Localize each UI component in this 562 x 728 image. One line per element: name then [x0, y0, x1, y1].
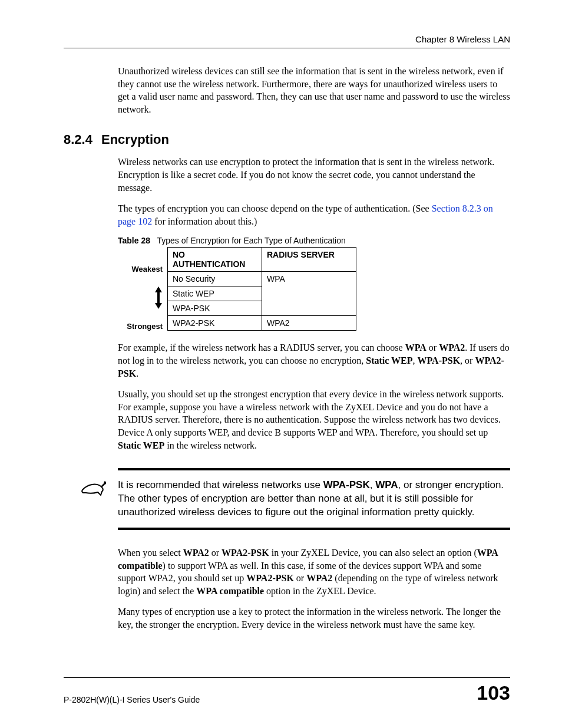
table-label: Table 28 [118, 236, 150, 245]
encryption-para-2: The types of encryption you can choose d… [118, 202, 510, 228]
encryption-para-6: Many types of encryption use a key to pr… [118, 605, 510, 631]
note-text: It is recommended that wireless networks… [118, 479, 510, 519]
note-icon [80, 479, 118, 519]
encryption-para-5: When you select WPA2 or WPA2-PSK in your… [118, 546, 510, 597]
note-block: It is recommended that wireless networks… [64, 468, 510, 530]
td: WPA-PSK [168, 301, 262, 316]
table-row: No Security WPA [168, 272, 356, 286]
up-down-arrow-icon [154, 286, 163, 309]
td: WPA2 [262, 316, 356, 331]
para2-pre: The types of encryption you can choose d… [118, 203, 432, 213]
section-title: Encryption [101, 132, 169, 147]
td: Static WEP [168, 286, 262, 301]
th-no-auth: NO AUTHENTICATION [168, 248, 262, 272]
table-row: NO AUTHENTICATION RADIUS SERVER [168, 248, 356, 272]
th-radius: RADIUS SERVER [262, 248, 356, 272]
encryption-para-1: Wireless networks can use encryption to … [118, 156, 510, 194]
encryption-table: NO AUTHENTICATION RADIUS SERVER No Secur… [167, 247, 356, 331]
strength-labels: Weakest Strongest [118, 247, 167, 331]
intro-paragraph: Unauthorized wireless devices can still … [118, 65, 510, 116]
chapter-header: Chapter 8 Wireless LAN [64, 34, 510, 44]
header-rule [64, 48, 510, 48]
table-caption: Table 28 Types of Encryption for Each Ty… [118, 236, 510, 245]
table-caption-text: Types of Encryption for Each Type of Aut… [157, 236, 345, 245]
note-top-rule [118, 468, 510, 470]
td: WPA2-PSK [168, 316, 262, 331]
page-number: 103 [477, 681, 510, 704]
encryption-para-4: Usually, you should set up the strongest… [118, 388, 510, 452]
label-weakest: Weakest [118, 265, 163, 274]
footer-rule [64, 677, 510, 678]
page-footer: P-2802H(W)(L)-I Series User's Guide 103 [64, 677, 510, 704]
td: WPA [262, 272, 356, 316]
table-row: WPA2-PSK WPA2 [168, 316, 356, 331]
td: No Security [168, 272, 262, 286]
para2-post: for information about this.) [152, 216, 257, 226]
section-heading: 8.2.4Encryption [64, 132, 510, 147]
footer-guide-title: P-2802H(W)(L)-I Series User's Guide [64, 695, 200, 704]
encryption-para-3: For example, if the wireless network has… [118, 341, 510, 380]
label-strongest: Strongest [118, 322, 163, 331]
svg-marker-0 [155, 286, 162, 309]
encryption-table-wrapper: Weakest Strongest NO AUTHENTICATION RADI… [118, 247, 510, 331]
note-bottom-rule [118, 528, 510, 530]
section-number: 8.2.4 [64, 132, 101, 147]
